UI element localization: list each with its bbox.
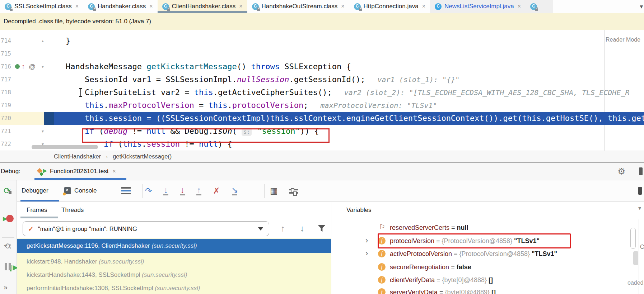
breadcrumb-class[interactable]: ClientHandshaker (54, 153, 101, 160)
gear-icon[interactable] (617, 166, 625, 176)
close-icon[interactable] (113, 168, 116, 175)
code-text[interactable]: CipherSuiteList var2 = this.getActiveCip… (54, 86, 644, 99)
layout-menu-icon[interactable] (121, 187, 131, 189)
close-icon[interactable] (422, 3, 425, 10)
code-editor[interactable]: 714}715716HandshakeMessage getKickstartM… (0, 30, 644, 151)
variables-list: reservedServerCerts = nullprotocolVersio… (331, 219, 644, 294)
rail-separator (2, 237, 14, 238)
icon-baseline (232, 194, 237, 195)
code-line[interactable]: 715 (0, 47, 644, 60)
code-line[interactable]: 716HandshakeMessage getKickstartMessage(… (0, 60, 644, 73)
variable-row[interactable]: secureRenegotiation = false (331, 261, 644, 274)
stack-frame-row[interactable]: kickstartHandshake:1443, SSLSocketImpl (… (17, 269, 331, 281)
expand-chevron-icon[interactable] (365, 236, 368, 245)
code-line[interactable]: 714} (0, 34, 644, 47)
horizontal-scrollbar[interactable] (32, 145, 98, 149)
code-text[interactable] (54, 47, 644, 60)
expand-chevron-icon[interactable] (365, 249, 368, 258)
close-icon[interactable] (341, 3, 344, 10)
close-icon[interactable] (518, 3, 521, 10)
more-icon[interactable]: » (4, 283, 8, 291)
tab-threads[interactable]: Threads (61, 202, 84, 218)
breadcrumb-method[interactable]: getKickstartMessage() (113, 153, 172, 160)
editor-tab[interactable] (526, 0, 553, 13)
variable-row[interactable]: activeProtocolVersion = {ProtocolVersion… (331, 247, 644, 260)
stack-frame-row[interactable]: kickstart:948, Handshaker (sun.security.… (17, 255, 331, 268)
code-line[interactable]: 720this.session = ((SSLSessionContextImp… (0, 112, 644, 125)
step-into-icon[interactable]: ↓ (163, 186, 168, 195)
fold-up-icon[interactable] (39, 34, 46, 47)
stack-frame-row[interactable]: performInitialHandshake:1308, SSLSocketI… (17, 282, 331, 294)
run-config-icon (37, 167, 47, 175)
tab-label: HttpConnection.java (364, 3, 419, 10)
debug-session-tab[interactable]: Function2026101.test (34, 163, 119, 180)
code-token: .getActiveCipherSuites(); (213, 88, 332, 97)
hide-panel-icon[interactable] (639, 167, 643, 175)
run-to-cursor-glyph: ↘ (232, 186, 238, 194)
variable-ref: {ProtocolVersion@4858} (459, 250, 532, 257)
line-number: 720 (1, 112, 14, 125)
code-line[interactable]: 719this.maxProtocolVersion = this.protoc… (0, 99, 644, 112)
stack-frame-row[interactable]: getKickstartMessage:1196, ClientHandshak… (17, 239, 331, 253)
refresh-icon[interactable]: ⟲ (4, 242, 10, 251)
restore-layout-icon[interactable] (638, 187, 642, 195)
step-over-icon[interactable]: ↷ (145, 187, 152, 195)
thread-selector-dropdown[interactable]: "main"@1 in group "main": RUNNING (23, 221, 269, 236)
vertical-scrollbar-thumb[interactable] (630, 228, 636, 249)
next-frame-icon[interactable] (300, 219, 304, 237)
editor-tab[interactable]: SSLSocketImpl.class (0, 0, 83, 13)
close-icon[interactable] (75, 3, 79, 10)
chevron-down-icon[interactable] (640, 3, 643, 10)
close-icon[interactable] (149, 3, 153, 10)
code-text[interactable]: } (54, 34, 644, 47)
editor-tab[interactable]: HandshakeOutStream.class (247, 0, 349, 13)
editor-tab[interactable]: ClientHandshaker.class (158, 0, 247, 13)
filter-frames-icon[interactable] (318, 225, 325, 232)
code-token: ; (303, 101, 308, 110)
run-to-cursor-icon[interactable]: ↘ (232, 186, 238, 195)
code-line[interactable]: 718CipherSuiteList var2 = this.getActive… (0, 86, 644, 99)
text-caret (80, 88, 81, 97)
variable-name: secureRenegotiation (390, 264, 449, 271)
run-marker-icon[interactable] (15, 64, 20, 69)
settings-sliders-icon[interactable] (289, 189, 298, 190)
variable-row[interactable]: clientVerifyData = {byte[0]@4888} [] (331, 274, 644, 286)
tab-debugger[interactable]: Debugger (22, 180, 48, 201)
variable-row[interactable]: serverVerifyData = {byte[0]@4889} [] (331, 286, 644, 294)
vertical-scrollbar-thumb[interactable] (633, 251, 638, 265)
pause-icon[interactable] (5, 263, 7, 270)
tab-frames[interactable]: Frames (27, 202, 47, 218)
active-tab-underline (20, 200, 59, 201)
code-text[interactable]: SessionId var1 = SSLSessionImpl.nullSess… (54, 73, 644, 86)
tab-console-label: Console (74, 187, 97, 194)
reader-mode-link[interactable]: Reader Mode (606, 37, 640, 43)
fold-down-icon[interactable] (39, 125, 46, 138)
navigate-up-icon[interactable] (22, 60, 25, 73)
variable-row[interactable]: reservedServerCerts = null (331, 221, 644, 234)
code-token: nullSession (237, 75, 289, 84)
code-line[interactable]: 717SessionId var1 = SSLSessionImpl.nullS… (0, 73, 644, 86)
chevron-down-icon[interactable] (638, 205, 641, 212)
frame-package: (sun.security.ssl) (151, 242, 197, 249)
editor-tab[interactable]: NewsListServiceImpl.java (430, 0, 526, 13)
code-text[interactable]: this.session = ((SSLSessionContextImpl)t… (54, 112, 644, 125)
step-out-icon[interactable]: ↑ (196, 186, 201, 195)
view-as-table-icon[interactable] (270, 180, 278, 201)
drop-frame-icon[interactable]: ✗ (213, 187, 220, 195)
step-actions: ↷↓↓↑✗↘ (145, 180, 238, 201)
step-out-glyph: ↑ (197, 186, 201, 194)
close-icon[interactable] (239, 3, 242, 10)
code-text[interactable]: this.maxProtocolVersion = this.protocolV… (54, 99, 644, 112)
force-step-into-icon[interactable]: ↓ (180, 186, 185, 195)
rerun-icon[interactable]: ⟳ (4, 186, 11, 195)
code-token: .getSessionId(); (289, 75, 365, 84)
editor-tab[interactable]: HttpConnection.java (349, 0, 430, 13)
fold-down-icon[interactable] (39, 60, 46, 73)
editor-tab[interactable]: Handshaker.class (83, 0, 158, 13)
java-class-icon (354, 3, 361, 10)
code-text[interactable]: HandshakeMessage getKickstartMessage() t… (54, 60, 644, 73)
stop-icon[interactable] (4, 214, 14, 223)
equals-sign: = (449, 224, 457, 231)
previous-frame-icon[interactable] (281, 219, 285, 237)
tab-console[interactable]: Console (64, 180, 97, 201)
